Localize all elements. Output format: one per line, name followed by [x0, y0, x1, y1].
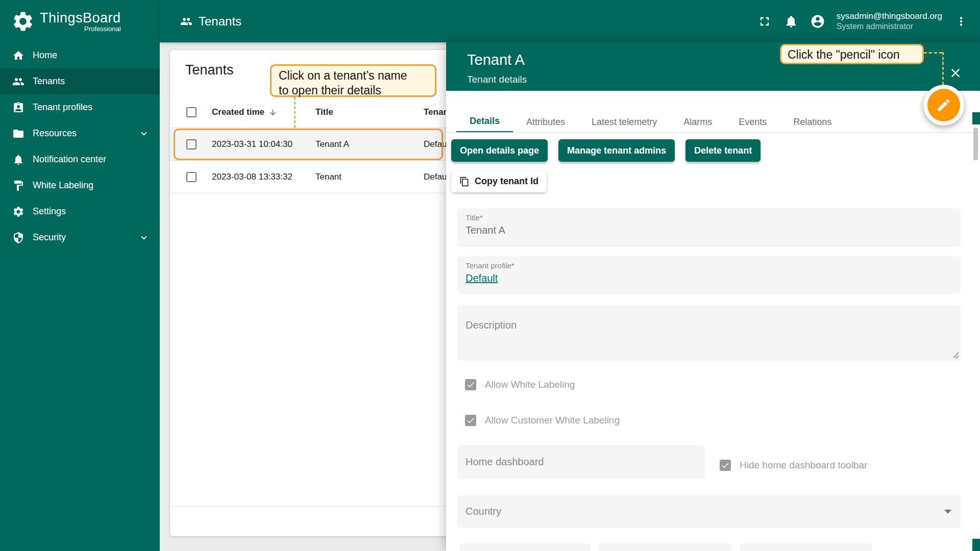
user-menu-button[interactable]: [810, 14, 825, 29]
sidebar-item-label: Tenants: [33, 76, 65, 87]
annotation-pencil-tip: Click the "pencil" icon: [780, 44, 924, 64]
tab-relations[interactable]: Relations: [780, 111, 845, 133]
sidebar-item-label: Security: [33, 232, 66, 243]
dropdown-arrow-icon: [944, 510, 951, 514]
allow-customer-white-labeling-row: Allow Customer White Labeling: [465, 415, 620, 426]
edit-fab-highlight-ring: [923, 85, 964, 126]
resources-folder-icon: [12, 128, 24, 140]
annotation-text-line1: Click on a tenant’s name: [279, 68, 428, 83]
tenants-people-icon: [12, 76, 24, 88]
user-info: sysadmin@thingsboard.org System administ…: [837, 11, 942, 32]
open-details-page-button[interactable]: Open details page: [451, 139, 548, 162]
close-button[interactable]: [948, 66, 963, 80]
checkmark-icon: [466, 416, 475, 425]
sidebar-item-label: Resources: [33, 128, 77, 139]
toolbar-actions: sysadmin@thingsboard.org System administ…: [757, 11, 980, 32]
app-root: ThingsBoard Professional Home Tenants Te…: [0, 0, 980, 551]
hide-home-dashboard-toolbar-checkbox[interactable]: [720, 460, 731, 471]
tenant-profiles-icon: [12, 102, 24, 114]
close-icon: [948, 66, 963, 80]
tenant-profile-field-label: Tenant profile*: [465, 261, 514, 270]
fullscreen-button[interactable]: [757, 14, 772, 29]
home-dashboard-placeholder: Home dashboard: [465, 456, 544, 468]
chevron-down-icon: [138, 128, 150, 139]
form-field-stub: [599, 543, 731, 551]
copy-button-label: Copy tenant Id: [475, 176, 538, 187]
allow-customer-white-labeling-checkbox[interactable]: [465, 415, 476, 426]
notifications-bell-icon: [784, 14, 798, 29]
checkbox-label: Allow White Labeling: [485, 379, 575, 390]
more-menu-button[interactable]: [953, 14, 969, 29]
cell-title[interactable]: Tenant A: [315, 128, 349, 160]
settings-gear-icon: [12, 206, 24, 218]
annotation-connector: [294, 97, 296, 128]
sidebar-item-security[interactable]: Security: [0, 224, 160, 251]
security-shield-icon: [12, 232, 24, 244]
column-title[interactable]: Title: [315, 97, 333, 128]
tab-attributes[interactable]: Attributes: [513, 111, 578, 133]
avatar-icon: [810, 11, 825, 32]
allow-white-labeling-checkbox[interactable]: [465, 379, 476, 390]
copy-tenant-id-button[interactable]: Copy tenant Id: [451, 170, 547, 192]
user-email: sysadmin@thingsboard.org: [837, 11, 942, 21]
tenant-profile-link[interactable]: Default: [465, 272, 498, 284]
resize-handle[interactable]: [952, 352, 959, 359]
brand-name: ThingsBoard: [40, 10, 121, 26]
scrollbar-top-nub: [972, 112, 980, 124]
sidebar-item-home[interactable]: Home: [0, 42, 160, 68]
sidebar-nav: Home Tenants Tenant profiles Resources N…: [0, 42, 160, 251]
notifications-button[interactable]: [783, 14, 799, 29]
tenant-details-panel: Tenant A Tenant details Details Attribut…: [446, 42, 980, 551]
home-dashboard-field[interactable]: Home dashboard: [457, 445, 705, 479]
title-field-label: Title*: [465, 213, 483, 222]
country-select[interactable]: Country: [457, 495, 961, 528]
annotation-connector: [942, 52, 944, 85]
toolbar-title-group: Tenants: [160, 14, 241, 29]
description-field: Description: [457, 305, 961, 361]
brand-text: ThingsBoard Professional: [40, 10, 121, 33]
select-all-checkbox[interactable]: [186, 107, 197, 117]
sidebar-item-label: Home: [33, 50, 57, 61]
checkmark-icon: [466, 380, 475, 389]
tabs-divider: [446, 132, 980, 133]
delete-tenant-button[interactable]: Delete tenant: [685, 139, 761, 162]
cell-title[interactable]: Tenant: [315, 161, 341, 193]
sidebar-item-notification-center[interactable]: Notification center: [0, 146, 160, 172]
row-checkbox[interactable]: [186, 139, 197, 149]
tab-alarms[interactable]: Alarms: [670, 111, 725, 133]
pencil-icon: [936, 97, 951, 113]
sidebar-item-white-labeling[interactable]: White Labeling: [0, 172, 160, 198]
thingsboard-gear-logo-icon: [11, 10, 35, 33]
chevron-down-icon: [138, 232, 150, 243]
column-created-time[interactable]: Created time: [212, 97, 277, 128]
fullscreen-icon: [757, 14, 772, 29]
home-icon: [12, 49, 24, 62]
sidebar-item-settings[interactable]: Settings: [0, 198, 160, 224]
sidebar-item-label: White Labeling: [33, 180, 93, 191]
tab-latest-telemetry[interactable]: Latest telemetry: [578, 111, 670, 133]
sidebar-item-label: Tenant profiles: [33, 102, 92, 113]
panel-scrollbar-thumb[interactable]: [973, 128, 978, 160]
tenants-people-icon: [180, 15, 192, 28]
notification-bell-icon: [12, 154, 24, 166]
edit-tenant-button[interactable]: [927, 89, 960, 121]
checkmark-icon: [721, 461, 730, 470]
tab-details[interactable]: Details: [456, 111, 513, 133]
sidebar-item-tenants[interactable]: Tenants: [0, 68, 160, 94]
thingsboard-logo[interactable]: ThingsBoard Professional: [0, 0, 160, 42]
tab-events[interactable]: Events: [725, 111, 780, 133]
allow-white-labeling-row: Allow White Labeling: [465, 379, 575, 390]
sidebar-item-label: Notification center: [33, 154, 106, 165]
sort-desc-arrow-icon: [268, 108, 277, 117]
manage-tenant-admins-button[interactable]: Manage tenant admins: [558, 139, 675, 162]
sidebar-item-resources[interactable]: Resources: [0, 120, 160, 146]
page-title: Tenants: [199, 14, 241, 29]
sidebar-item-tenant-profiles[interactable]: Tenant profiles: [0, 94, 160, 120]
panel-title: Tenant A: [467, 52, 525, 68]
white-labeling-paint-icon: [12, 180, 24, 192]
annotation-table-tip: Click on a tenant’s name to open their d…: [270, 64, 436, 97]
form-field-stub: [459, 543, 591, 551]
user-role: System administrator: [837, 21, 942, 32]
row-checkbox[interactable]: [186, 172, 197, 182]
cell-created-time: 2023-03-31 10:04:30: [212, 128, 292, 160]
